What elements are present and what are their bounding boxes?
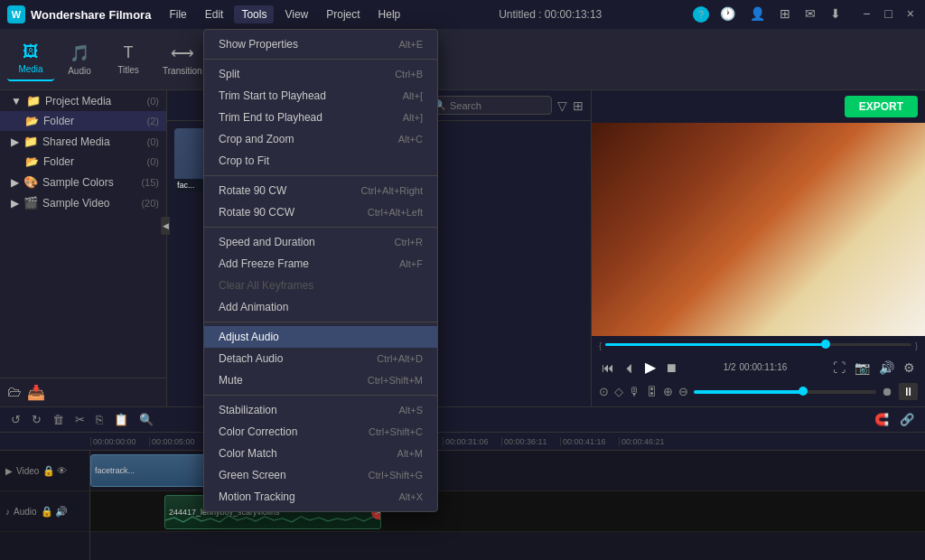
menu-green-screen[interactable]: Green Screen Ctrl+Shift+G [204,464,437,486]
menu-split[interactable]: Split Ctrl+B [204,63,437,85]
menu-speed-duration[interactable]: Speed and Duration Ctrl+R [204,231,437,253]
menu-mute[interactable]: Mute Ctrl+Shift+M [204,369,437,391]
menu-trim-start[interactable]: Trim Start to Playhead Alt+[ [204,85,437,107]
menu-detach-audio[interactable]: Detach Audio Ctrl+Alt+D [204,348,437,369]
menu-sep-2 [204,175,437,176]
menu-add-animation[interactable]: Add Animation [204,296,437,318]
menu-rotate-cw[interactable]: Rotate 90 CW Ctrl+Alt+Right [204,180,437,201]
menu-crop-zoom[interactable]: Crop and Zoom Alt+C [204,128,437,150]
menu-sep-3 [204,227,437,228]
menu-adjust-audio[interactable]: Adjust Audio [204,326,437,348]
menu-crop-fit[interactable]: Crop to Fit [204,150,437,172]
menu-freeze-frame[interactable]: Add Freeze Frame Alt+F [204,253,437,275]
menu-rotate-ccw[interactable]: Rotate 90 CCW Ctrl+Alt+Left [204,201,437,223]
menu-clear-keyframes: Clear All Keyframes [204,275,437,296]
menu-color-match[interactable]: Color Match Alt+M [204,443,437,464]
menu-sep-1 [204,59,437,60]
menu-color-correction[interactable]: Color Correction Ctrl+Shift+C [204,421,437,443]
menu-trim-end[interactable]: Trim End to Playhead Alt+] [204,107,437,128]
menu-sep-5 [204,395,437,396]
menu-show-properties[interactable]: Show Properties Alt+E [204,33,437,55]
menu-motion-tracking[interactable]: Motion Tracking Alt+X [204,486,437,508]
dropdown-overlay[interactable] [0,0,925,560]
tools-menu: Show Properties Alt+E Split Ctrl+B Trim … [203,29,438,512]
menu-sep-4 [204,322,437,322]
menu-stabilization[interactable]: Stabilization Alt+S [204,399,437,421]
